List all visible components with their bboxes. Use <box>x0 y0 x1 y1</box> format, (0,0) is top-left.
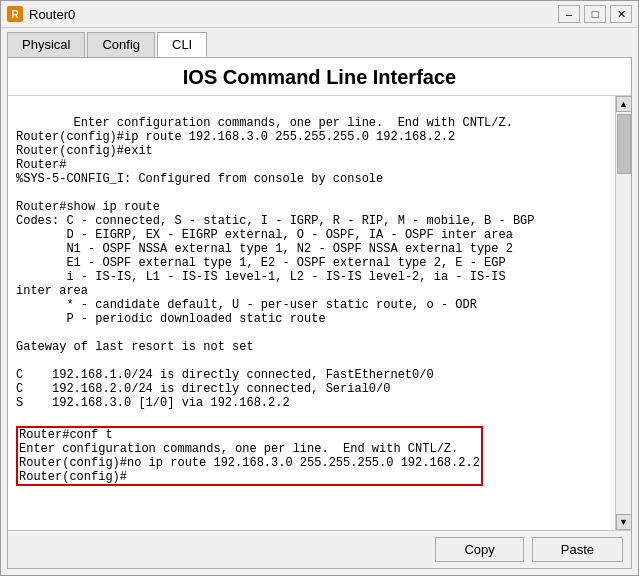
scroll-up-button[interactable]: ▲ <box>616 96 632 112</box>
paste-button[interactable]: Paste <box>532 537 623 562</box>
close-button[interactable]: ✕ <box>610 5 632 23</box>
scrollbar-thumb[interactable] <box>617 114 631 174</box>
cli-area: Enter configuration commands, one per li… <box>8 96 631 530</box>
copy-button[interactable]: Copy <box>435 537 523 562</box>
minimize-button[interactable]: – <box>558 5 580 23</box>
title-bar: R Router0 – □ ✕ <box>1 1 638 28</box>
tab-physical[interactable]: Physical <box>7 32 85 57</box>
app-icon: R <box>7 6 23 22</box>
scrollbar[interactable]: ▲ ▼ <box>615 96 631 530</box>
tab-config[interactable]: Config <box>87 32 155 57</box>
tab-cli[interactable]: CLI <box>157 32 207 57</box>
cli-normal-text: Enter configuration commands, one per li… <box>16 116 534 410</box>
cli-output[interactable]: Enter configuration commands, one per li… <box>8 96 615 530</box>
page-title: IOS Command Line Interface <box>8 58 631 96</box>
tab-bar: Physical Config CLI <box>1 28 638 57</box>
cli-bottom-bar: Copy Paste <box>8 530 631 568</box>
window-title: Router0 <box>29 7 558 22</box>
cli-highlighted-text: Router#conf t Enter configuration comman… <box>16 426 483 486</box>
window-controls: – □ ✕ <box>558 5 632 23</box>
maximize-button[interactable]: □ <box>584 5 606 23</box>
main-window: R Router0 – □ ✕ Physical Config CLI IOS … <box>0 0 639 576</box>
tab-content: IOS Command Line Interface Enter configu… <box>7 57 632 569</box>
scroll-down-button[interactable]: ▼ <box>616 514 632 530</box>
